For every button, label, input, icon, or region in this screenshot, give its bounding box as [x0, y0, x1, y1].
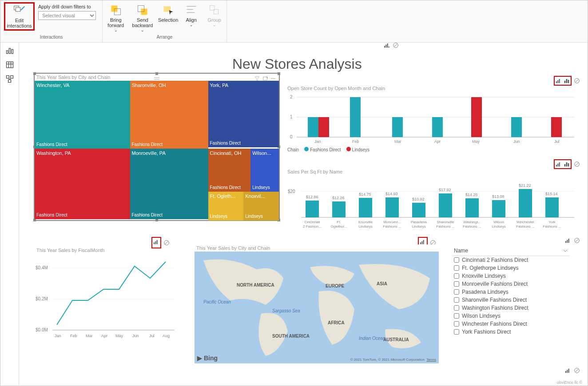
none-interaction-icon[interactable]	[573, 367, 580, 374]
none-interaction-icon[interactable]	[392, 43, 399, 49]
left-nav	[0, 43, 19, 386]
line-chart-visual[interactable]: This Year Sales by FiscalMonth $0.4M $0.…	[35, 247, 177, 353]
tm-chain: Fashions Direct	[36, 142, 67, 147]
slicer-item[interactable]: Washington Fashions Direct	[452, 304, 570, 312]
none-interaction-icon[interactable]	[573, 77, 580, 84]
svg-text:Fashions ...: Fashions ...	[436, 225, 454, 228]
svg-text:Feb: Feb	[70, 334, 77, 338]
slicer-item[interactable]: Ft. Oglethorpe Lindseys	[452, 264, 570, 272]
tm-chain: Fashions Direct	[36, 213, 67, 217]
none-interaction-icon[interactable]	[163, 239, 170, 246]
svg-text:$0.0M: $0.0M	[36, 327, 48, 332]
drill-down-select[interactable]: Selected visual	[38, 11, 96, 20]
svg-point-32	[271, 78, 272, 79]
edit-interactions-button[interactable]: Edit interactions	[4, 2, 35, 31]
chevron-down-icon[interactable]	[563, 248, 568, 253]
none-interaction-icon[interactable]	[573, 161, 580, 168]
bar-chart-body[interactable]: $20 $12.86 $12.26 $14.75 $14.93 $10.92 $…	[286, 175, 579, 235]
svg-rect-135	[421, 241, 422, 244]
svg-line-138	[431, 241, 435, 244]
svg-text:Apr: Apr	[434, 139, 441, 144]
svg-rect-13	[9, 48, 10, 54]
svg-rect-65	[557, 164, 558, 167]
treemap-body[interactable]: Winchester, VAFashions Direct Sharonvill…	[35, 81, 279, 219]
svg-text:$21.22: $21.22	[519, 183, 531, 188]
svg-text:Fashions ...: Fashions ...	[463, 225, 481, 228]
filter-interaction-icon[interactable]	[383, 43, 390, 49]
slicer-checkbox[interactable]	[454, 265, 459, 271]
svg-text:$15.14: $15.14	[545, 192, 558, 196]
slicer-checkbox[interactable]	[454, 273, 459, 279]
filter-interaction-icon[interactable]	[555, 77, 562, 84]
slicer-checkbox[interactable]	[454, 297, 459, 303]
slicer-checkbox[interactable]	[454, 257, 459, 263]
slicer-item[interactable]: York Fashions Direct	[452, 328, 570, 336]
slicer-header[interactable]: Name	[452, 246, 570, 256]
tm-city: Washington, PA	[36, 150, 71, 156]
tm-city: Cincinnati, OH	[210, 150, 242, 156]
terms-link[interactable]: Terms	[426, 358, 436, 362]
slicer-item[interactable]: Winchester Fashions Direct	[452, 320, 570, 328]
slicer-checkbox[interactable]	[454, 289, 459, 295]
svg-rect-52	[392, 117, 403, 137]
report-view-icon[interactable]	[5, 46, 14, 55]
highlight-interaction-icon[interactable]	[563, 77, 570, 84]
slicer-item[interactable]: Knoxville Lindseys	[452, 272, 570, 280]
line-chart-body[interactable]: $0.4M $0.2M $0.0M JanFebMarAprMayJunJulA…	[35, 254, 177, 349]
filter-interaction-icon[interactable]	[564, 237, 572, 244]
column-chart-body[interactable]: 2 1 0 JanFebMarAprMayJunJul	[286, 92, 579, 145]
svg-rect-134	[420, 242, 421, 244]
svg-text:May: May	[115, 334, 123, 338]
filter-interaction-icon[interactable]	[153, 238, 160, 245]
slicer-checkbox[interactable]	[454, 281, 459, 287]
data-view-icon[interactable]	[5, 60, 14, 69]
svg-text:$14.75: $14.75	[359, 192, 371, 197]
svg-rect-140	[567, 240, 568, 243]
align-button[interactable]: Align⌄	[180, 2, 203, 29]
selection-button[interactable]: Selection	[157, 2, 179, 24]
svg-text:York: York	[548, 220, 556, 224]
send-backward-button[interactable]: Send backward⌄	[129, 2, 156, 34]
map-visual[interactable]: This Year Sales by City and Chain NORTH …	[195, 244, 439, 364]
svg-rect-146	[568, 369, 569, 373]
slicer-item[interactable]: Monroeville Fashions Direct	[452, 280, 570, 288]
svg-line-23	[10, 78, 10, 79]
svg-rect-77	[332, 201, 346, 217]
slicer-visual[interactable]: Name Cincinnati 2 Fashions Direct Ft. Og…	[452, 246, 570, 346]
svg-rect-31	[263, 77, 267, 80]
column-chart-legend: Chain Fashions Direct Lindseys	[286, 147, 579, 152]
bring-forward-button[interactable]: Bring forward⌄	[103, 2, 128, 34]
model-view-icon[interactable]	[5, 75, 14, 83]
svg-rect-89	[492, 200, 505, 217]
none-interaction-icon[interactable]	[573, 237, 580, 244]
svg-rect-139	[565, 241, 566, 243]
column-chart-visual[interactable]: Open Store Count by Open Month and Chain…	[286, 85, 579, 158]
report-canvas[interactable]: New Stores Analysis This Year Sales by C…	[19, 43, 588, 386]
svg-rect-26	[387, 43, 388, 47]
tm-chain: Fashions Direct	[210, 141, 241, 146]
group-button[interactable]: Group⌄	[203, 2, 226, 29]
map-label: EUROPE	[326, 284, 344, 288]
svg-rect-49	[308, 117, 318, 137]
slicer-item[interactable]: Wilson Lindseys	[452, 312, 570, 320]
highlight-interaction-icon[interactable]	[563, 161, 570, 168]
treemap-visual[interactable]: This Year Sales by City and Chain Winche…	[35, 74, 279, 220]
bar-chart-visual[interactable]: Sales Per Sq Ft by Name $20 $12.86 $12.2…	[286, 168, 579, 237]
slicer-item[interactable]: Sharonville Fashions Direct	[452, 296, 570, 304]
slicer-checkbox[interactable]	[454, 305, 459, 311]
map-title: This Year Sales by City and Chain	[195, 244, 439, 252]
svg-text:May: May	[472, 139, 480, 144]
map-body[interactable]: NORTH AMERICA SOUTH AMERICA EUROPE AFRIC…	[195, 252, 439, 363]
svg-rect-40	[568, 80, 569, 83]
svg-text:Jun: Jun	[513, 139, 520, 144]
filter-interaction-icon[interactable]	[555, 161, 562, 168]
svg-text:$14.93: $14.93	[385, 192, 398, 196]
svg-text:$13.08: $13.08	[492, 194, 505, 199]
slicer-item[interactable]: Cincinnati 2 Fashions Direct	[452, 256, 570, 264]
slicer-item[interactable]: Pasadena Lindseys	[452, 288, 570, 296]
slicer-checkbox[interactable]	[454, 313, 459, 319]
slicer-checkbox[interactable]	[454, 321, 459, 327]
filter-interaction-icon[interactable]	[564, 367, 572, 374]
svg-text:Lindseys: Lindseys	[412, 225, 426, 228]
slicer-checkbox[interactable]	[454, 329, 459, 335]
